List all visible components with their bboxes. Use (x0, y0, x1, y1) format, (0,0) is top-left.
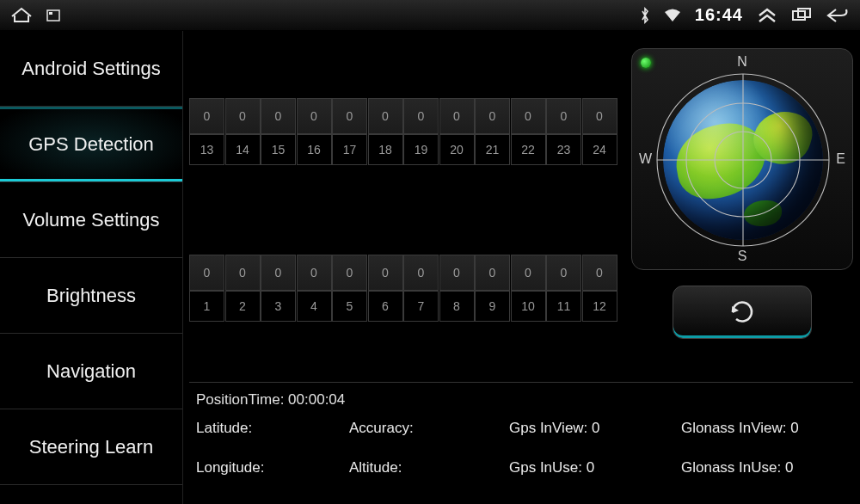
wifi-icon (664, 9, 681, 22)
sidebar-item-label: Steering Learn (29, 436, 153, 458)
glonass-inview-value: 0 (790, 420, 798, 436)
sat-id-cell: 10 (511, 291, 546, 322)
sat-signal-cell: 0 (261, 255, 296, 291)
home-icon (10, 7, 33, 24)
sat-signal-cell: 0 (475, 255, 510, 291)
satellite-sky-view: N S W E (631, 48, 853, 270)
refresh-button[interactable] (673, 286, 812, 339)
sat-id-cell: 16 (297, 134, 332, 165)
sat-id-cell: 24 (582, 134, 617, 165)
refresh-icon (726, 299, 759, 325)
accuracy-label: Accuracy: (349, 420, 414, 436)
sat-id-cell: 20 (439, 134, 475, 165)
sat-id-cell: 21 (475, 134, 510, 165)
sidebar-item-volume-settings[interactable]: Volume Settings (0, 182, 182, 258)
sidebar-item-brightness[interactable]: Brightness (0, 258, 182, 334)
sidebar-item-gps-detection[interactable]: GPS Detection (0, 107, 182, 182)
content: 0 0 0 0 0 0 0 0 0 0 0 0 13 14 15 16 17 1… (182, 31, 860, 504)
glonass-inview-label: Glonass InView: (681, 420, 787, 436)
sat-signal-cell: 0 (403, 255, 439, 291)
bluetooth-icon (640, 7, 650, 24)
sat-id-cell: 18 (368, 134, 403, 165)
sidebar-item-label: Android Settings (22, 58, 160, 80)
sat-signal-cell: 0 (439, 255, 475, 291)
sat-signal-cell: 0 (546, 98, 581, 134)
clock: 16:44 (695, 5, 743, 25)
sat-signal-cell: 0 (511, 98, 546, 134)
sidebar: Android Settings GPS Detection Volume Se… (0, 31, 182, 504)
status-bar: 16:44 (0, 0, 860, 31)
sat-id-cell: 17 (332, 134, 367, 165)
gps-satellite-grid: 0 0 0 0 0 0 0 0 0 0 0 0 1 2 3 4 5 6 7 (189, 255, 617, 322)
sat-signal-cell: 0 (546, 255, 581, 291)
sat-id-cell: 22 (511, 134, 546, 165)
divider (182, 31, 183, 504)
sat-id-row: 1 2 3 4 5 6 7 8 9 10 11 12 (189, 291, 617, 322)
svg-rect-0 (47, 10, 59, 21)
sidebar-item-label: Navigation (46, 360, 136, 383)
sat-id-cell: 8 (439, 291, 475, 322)
sat-signal-cell: 0 (582, 98, 617, 134)
sat-signal-cell: 0 (368, 255, 403, 291)
sat-signal-cell: 0 (403, 98, 439, 134)
compass-south: S (738, 249, 747, 264)
sat-signal-cell: 0 (582, 255, 617, 291)
collapse-up-icon[interactable] (757, 8, 777, 23)
sat-id-cell: 6 (368, 291, 403, 322)
gps-inuse-value: 0 (587, 459, 594, 476)
back-icon[interactable] (826, 8, 850, 23)
position-time: PositionTime: 00:00:04 (189, 383, 853, 409)
sat-signal-row: 0 0 0 0 0 0 0 0 0 0 0 0 (189, 98, 617, 134)
sat-signal-cell: 0 (189, 98, 224, 134)
sat-signal-cell: 0 (297, 255, 332, 291)
sidebar-item-steering-learn[interactable]: Steering Learn (0, 409, 182, 485)
sat-id-cell: 14 (225, 134, 261, 165)
recent-apps-icon[interactable] (791, 8, 812, 23)
sat-signal-cell: 0 (261, 98, 296, 134)
sat-signal-cell: 0 (332, 98, 367, 134)
sat-signal-cell: 0 (189, 255, 224, 291)
globe-icon (663, 80, 823, 240)
sat-signal-cell: 0 (368, 98, 403, 134)
sat-id-cell: 7 (403, 291, 439, 322)
sat-id-cell: 23 (546, 134, 581, 165)
sat-signal-row: 0 0 0 0 0 0 0 0 0 0 0 0 (189, 255, 617, 291)
sat-id-row: 13 14 15 16 17 18 19 20 21 22 23 24 (189, 134, 617, 165)
position-time-value: 00:00:04 (288, 391, 345, 408)
sidebar-item-label: Volume Settings (23, 209, 160, 231)
sat-id-cell: 9 (475, 291, 510, 322)
sat-id-cell: 4 (297, 291, 332, 322)
glonass-inuse-label: Glonass InUse: (681, 459, 781, 476)
sat-signal-cell: 0 (225, 255, 261, 291)
longitude-label: Longitude: (196, 459, 264, 476)
sat-signal-cell: 0 (439, 98, 475, 134)
gps-inview-value: 0 (592, 420, 599, 436)
position-info: PositionTime: 00:00:04 Latitude: Accurac… (189, 382, 853, 504)
info-row: Longitude: Altitude: Gps InUse: 0 Glonas… (189, 448, 853, 488)
sidebar-item-label: GPS Detection (28, 133, 154, 156)
sat-signal-cell: 0 (297, 98, 332, 134)
sidebar-item-android-settings[interactable]: Android Settings (0, 31, 182, 107)
status-led-icon (641, 58, 651, 68)
compass-east: E (836, 151, 845, 167)
sat-id-cell: 3 (261, 291, 296, 322)
compass-north: N (737, 54, 747, 70)
gps-inview-label: Gps InView: (509, 420, 587, 436)
sat-id-cell: 15 (261, 134, 296, 165)
sat-id-cell: 13 (189, 134, 224, 165)
glonass-inuse-value: 0 (785, 459, 793, 476)
compass-west: W (639, 151, 652, 167)
main: Android Settings GPS Detection Volume Se… (0, 31, 860, 504)
sat-signal-cell: 0 (511, 255, 546, 291)
latitude-label: Latitude: (196, 420, 252, 436)
sat-id-cell: 2 (225, 291, 261, 322)
sat-id-cell: 11 (546, 291, 581, 322)
sat-id-cell: 1 (189, 291, 224, 322)
sat-signal-cell: 0 (475, 98, 510, 134)
sat-signal-cell: 0 (225, 98, 261, 134)
glonass-satellite-grid: 0 0 0 0 0 0 0 0 0 0 0 0 13 14 15 16 17 1… (189, 98, 617, 165)
screenshot-icon (46, 9, 60, 22)
position-time-label: PositionTime: (196, 391, 284, 408)
info-row: Latitude: Accuracy: Gps InView: 0 Glonas… (189, 409, 853, 448)
sidebar-item-navigation[interactable]: Navigation (0, 334, 182, 409)
